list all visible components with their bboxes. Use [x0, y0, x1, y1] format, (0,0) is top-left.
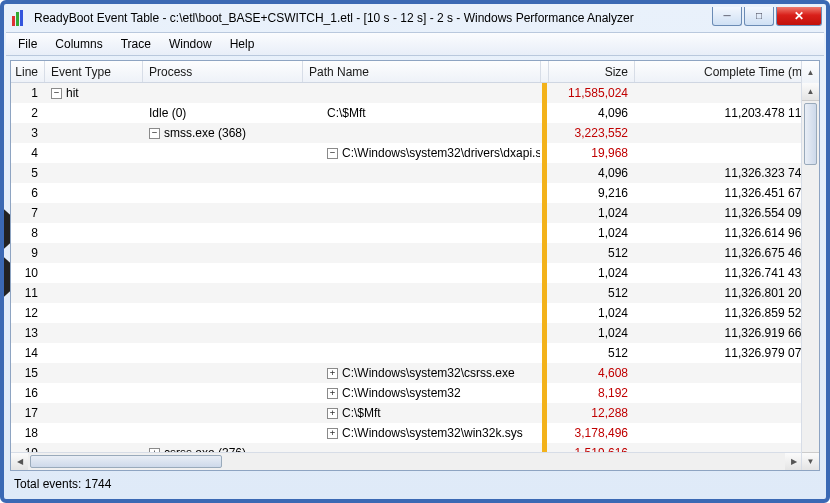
table-row[interactable]: 54,09611,326.323 746	[11, 163, 819, 183]
expand-icon[interactable]: +	[327, 388, 338, 399]
cell-path	[303, 83, 541, 103]
menu-columns[interactable]: Columns	[47, 35, 110, 53]
cell-process	[143, 243, 303, 263]
maximize-button[interactable]: □	[744, 7, 774, 26]
table-row[interactable]: 81,02411,326.614 962	[11, 223, 819, 243]
status-text: Total events: 1744	[14, 477, 111, 491]
cell-size: 1,024	[549, 263, 635, 283]
expand-icon[interactable]: +	[327, 368, 338, 379]
menu-file[interactable]: File	[10, 35, 45, 53]
table-row[interactable]: 18+C:\Windows\system32\win32k.sys3,178,4…	[11, 423, 819, 443]
cell-complete-time: 11,326.859 525	[635, 303, 819, 323]
cell-aggregate-bar	[541, 343, 549, 363]
table-row[interactable]: 71,02411,326.554 094	[11, 203, 819, 223]
app-icon	[12, 10, 28, 26]
cell-aggregate-bar	[541, 223, 549, 243]
vertical-scrollbar[interactable]: ▲ ▼	[801, 83, 819, 470]
table-row[interactable]: 16+C:\Windows\system328,192	[11, 383, 819, 403]
horizontal-scrollbar[interactable]: ◀ ▶	[11, 452, 819, 470]
cell-aggregate-bar	[541, 83, 549, 103]
expand-icon[interactable]: +	[327, 428, 338, 439]
table-row[interactable]: 2Idle (0)C:\$Mft4,09611,203.478 113	[11, 103, 819, 123]
title-bar[interactable]: ReadyBoot Event Table - c:\etl\boot_BASE…	[4, 4, 826, 32]
hscroll-track[interactable]	[28, 453, 785, 470]
vscroll-track[interactable]	[802, 101, 819, 452]
cell-complete-time	[635, 363, 819, 383]
cell-event-type	[45, 143, 143, 163]
expand-icon[interactable]: +	[327, 408, 338, 419]
cell-process: +csrss.exe (376)	[143, 443, 303, 452]
cell-line: 7	[11, 203, 45, 223]
cell-event-type	[45, 223, 143, 243]
table-row[interactable]: 101,02411,326.741 435	[11, 263, 819, 283]
cell-complete-time: 11,326.801 209	[635, 283, 819, 303]
table-row[interactable]: 69,21611,326.451 677	[11, 183, 819, 203]
cell-size: 1,024	[549, 203, 635, 223]
scroll-up-header-icon[interactable]: ▲	[801, 61, 819, 84]
table-row[interactable]: 131,02411,326.919 663	[11, 323, 819, 343]
scroll-left-icon[interactable]: ◀	[11, 453, 28, 470]
table-row[interactable]: 19+csrss.exe (376)1,519,616	[11, 443, 819, 452]
cell-size: 1,024	[549, 323, 635, 343]
close-button[interactable]: ✕	[776, 7, 822, 26]
table-row[interactable]: 1451211,326.979 072	[11, 343, 819, 363]
cell-event-type	[45, 283, 143, 303]
table-row[interactable]: 15+C:\Windows\system32\csrss.exe4,608	[11, 363, 819, 383]
cell-process	[143, 323, 303, 343]
cell-complete-time: 11,326.979 072	[635, 343, 819, 363]
table-row[interactable]: 1−hit11,585,024	[11, 83, 819, 103]
cell-aggregate-bar	[541, 363, 549, 383]
menu-window[interactable]: Window	[161, 35, 220, 53]
cell-size: 4,608	[549, 363, 635, 383]
header-path-name[interactable]: Path Name	[303, 61, 541, 82]
cell-aggregate-bar	[541, 103, 549, 123]
cell-size: 512	[549, 243, 635, 263]
cell-path	[303, 243, 541, 263]
cell-path: +C:\Windows\system32\win32k.sys	[303, 423, 541, 443]
cell-process: −smss.exe (368)	[143, 123, 303, 143]
hscroll-thumb[interactable]	[30, 455, 222, 468]
collapse-icon[interactable]: −	[51, 88, 62, 99]
cell-event-type	[45, 243, 143, 263]
cell-size: 4,096	[549, 103, 635, 123]
menu-bar: File Columns Trace Window Help	[6, 32, 824, 56]
cell-event-type	[45, 403, 143, 423]
cell-size: 12,288	[549, 403, 635, 423]
header-bar[interactable]	[541, 61, 549, 82]
header-complete-time[interactable]: Complete Time (ms)	[635, 61, 819, 82]
scroll-down-icon[interactable]: ▼	[802, 452, 819, 470]
menu-trace[interactable]: Trace	[113, 35, 159, 53]
header-process[interactable]: Process	[143, 61, 303, 82]
expand-icon[interactable]: +	[149, 448, 160, 453]
cell-aggregate-bar	[541, 263, 549, 283]
table-row[interactable]: 17+C:\$Mft12,288	[11, 403, 819, 423]
cell-path: C:\$Mft	[303, 103, 541, 123]
vscroll-thumb[interactable]	[804, 103, 817, 165]
cell-event-type	[45, 343, 143, 363]
cell-size: 512	[549, 343, 635, 363]
cell-complete-time	[635, 443, 819, 452]
status-bar: Total events: 1744	[10, 475, 820, 493]
cell-size: 11,585,024	[549, 83, 635, 103]
menu-help[interactable]: Help	[222, 35, 263, 53]
table-row[interactable]: 4−C:\Windows\system32\drivers\dxapi.sys1…	[11, 143, 819, 163]
cell-size: 3,178,496	[549, 423, 635, 443]
scroll-right-icon[interactable]: ▶	[785, 453, 802, 470]
collapse-icon[interactable]: −	[327, 148, 338, 159]
header-event-type[interactable]: Event Type	[45, 61, 143, 82]
header-size[interactable]: Size	[549, 61, 635, 82]
cell-complete-time: 11,326.323 746	[635, 163, 819, 183]
minimize-button[interactable]: ─	[712, 7, 742, 26]
header-line[interactable]: Line	[11, 61, 45, 82]
table-row[interactable]: 3−smss.exe (368)3,223,552	[11, 123, 819, 143]
cell-size: 8,192	[549, 383, 635, 403]
table-row[interactable]: 121,02411,326.859 525	[11, 303, 819, 323]
cell-line: 8	[11, 223, 45, 243]
scroll-up-icon[interactable]: ▲	[802, 83, 819, 101]
cell-size: 9,216	[549, 183, 635, 203]
cell-process	[143, 163, 303, 183]
collapse-icon[interactable]: −	[149, 128, 160, 139]
table-row[interactable]: 951211,326.675 465	[11, 243, 819, 263]
table-row[interactable]: 1151211,326.801 209	[11, 283, 819, 303]
cell-line: 4	[11, 143, 45, 163]
